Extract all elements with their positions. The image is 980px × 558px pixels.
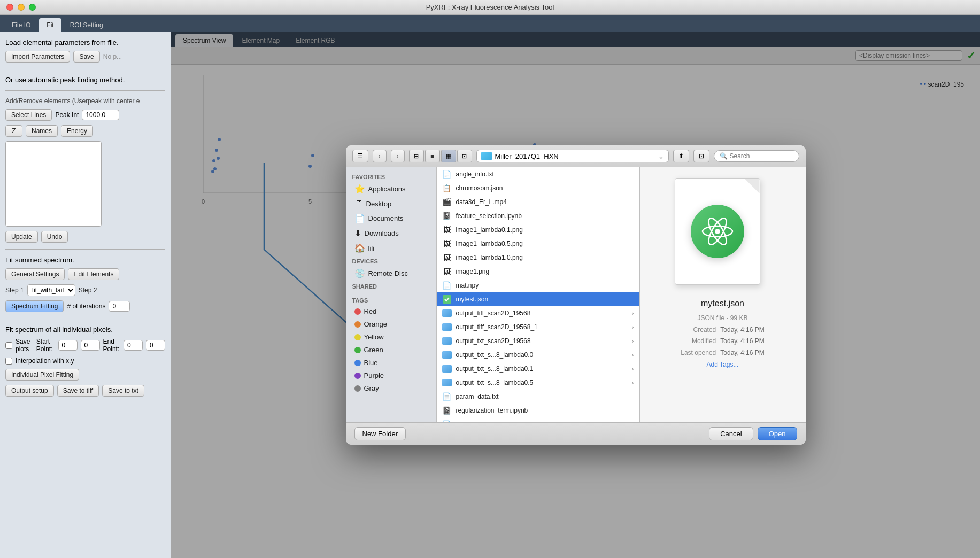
- sidebar-item-tag-green[interactable]: Green: [348, 344, 434, 356]
- search-input[interactable]: [730, 152, 793, 160]
- window-title: PyXRF: X-ray Fluorescence Analysis Tool: [426, 3, 554, 11]
- update-button[interactable]: Update: [5, 231, 38, 243]
- sidebar-toggle-button[interactable]: ☰: [352, 150, 368, 162]
- file-name: mat.npy: [456, 282, 479, 289]
- select-lines-button[interactable]: Select Lines: [5, 109, 52, 121]
- sidebar-item-remote-disc[interactable]: 💿 Remote Disc: [348, 266, 434, 281]
- file-name: image1_lambda1.0.png: [456, 254, 523, 261]
- tab-roi-setting[interactable]: ROI Setting: [63, 18, 111, 32]
- file-item-chromosom[interactable]: 📋 chromosom.json: [437, 181, 639, 195]
- cancel-button[interactable]: Cancel: [709, 427, 753, 440]
- sidebar-item-tag-orange[interactable]: Orange: [348, 318, 434, 330]
- file-item-mat[interactable]: 📄 mat.npy: [437, 278, 639, 292]
- peak-int-input[interactable]: [82, 110, 119, 120]
- fit-method-select[interactable]: fit_with_tail: [27, 284, 75, 296]
- share-button[interactable]: ⬆: [673, 150, 689, 162]
- file-item-output-txt-lambda05[interactable]: output_txt_s...8_lambda0.5 ›: [437, 376, 639, 390]
- sidebar-item-tag-blue[interactable]: Blue: [348, 356, 434, 369]
- gallery-view-button[interactable]: ⊡: [457, 150, 472, 162]
- file-item-output-txt-1[interactable]: output_txt_scan2D_19568 ›: [437, 334, 639, 348]
- back-button[interactable]: ‹: [373, 150, 387, 162]
- general-settings-button[interactable]: General Settings: [5, 268, 65, 280]
- file-item-output-tiff-2[interactable]: output_tiff_scan2D_19568_1 ›: [437, 320, 639, 334]
- chevron-right-icon: ›: [632, 366, 634, 372]
- params-btn-row: Import Parameters Save No p...: [5, 51, 165, 63]
- undo-button[interactable]: Undo: [41, 231, 68, 243]
- file-icon: 🖼: [442, 239, 452, 249]
- save-plots-checkbox[interactable]: [5, 342, 12, 349]
- downloads-label: Downloads: [365, 229, 399, 237]
- add-tags-link[interactable]: Add Tags...: [707, 361, 739, 368]
- lili-label: lili: [368, 244, 375, 252]
- search-box[interactable]: 🔍: [714, 150, 799, 162]
- maximize-button[interactable]: [29, 4, 36, 11]
- folder-selector[interactable]: Miller_2017Q1_HXN ⌄: [476, 150, 669, 162]
- sidebar-item-desktop[interactable]: 🖥 Desktop: [348, 197, 434, 211]
- sidebar-item-tag-yellow[interactable]: Yellow: [348, 331, 434, 343]
- sidebar-item-tag-red[interactable]: Red: [348, 305, 434, 317]
- file-item-data3d[interactable]: 🎬 data3d_Er_L.mp4: [437, 195, 639, 209]
- forward-button[interactable]: ›: [391, 150, 405, 162]
- names-button[interactable]: Names: [26, 125, 58, 137]
- save-to-txt-button[interactable]: Save to txt: [102, 385, 144, 397]
- select-lines-row: Select Lines Peak Int: [5, 109, 165, 121]
- file-item-output-txt-lambda0[interactable]: output_txt_s...8_lambda0.0 ›: [437, 348, 639, 362]
- start-point-y[interactable]: [81, 340, 100, 351]
- end-point-x[interactable]: [124, 340, 143, 351]
- column-view-button[interactable]: ▦: [441, 150, 456, 162]
- file-icon: 📄: [442, 392, 452, 401]
- z-button[interactable]: Z: [5, 125, 22, 137]
- action-button[interactable]: ⊡: [693, 150, 709, 162]
- iterations-input[interactable]: [109, 301, 130, 312]
- file-item-image1-10[interactable]: 🖼 image1_lambda1.0.png: [437, 251, 639, 265]
- sidebar-item-lili[interactable]: 🏠 lili: [348, 241, 434, 255]
- tag-purple-dot: [354, 373, 361, 379]
- file-item-feature-selection[interactable]: 📓 feature_selection.ipynb: [437, 209, 639, 223]
- file-name: chromosom.json: [456, 184, 503, 192]
- list-view-button[interactable]: ≡: [425, 150, 440, 162]
- start-point-x[interactable]: [58, 340, 78, 351]
- edit-elements-button[interactable]: Edit Elements: [68, 268, 119, 280]
- end-point-y[interactable]: [146, 340, 165, 351]
- file-name: output_txt_s...8_lambda0.0: [456, 351, 534, 359]
- tag-yellow-dot: [354, 334, 361, 340]
- spectrum-fitting-button[interactable]: Spectrum Fitting: [5, 300, 64, 312]
- sidebar-item-documents[interactable]: 📄 Documents: [348, 211, 434, 226]
- file-item-angle-info[interactable]: 📄 angle_info.txt: [437, 167, 639, 181]
- tab-file-io[interactable]: File IO: [4, 18, 38, 32]
- save-to-tiff-button[interactable]: Save to tiff: [57, 385, 99, 397]
- save-button[interactable]: Save: [73, 51, 99, 63]
- sidebar-item-downloads[interactable]: ⬇ Downloads: [348, 226, 434, 241]
- end-point-label: End Point:: [103, 338, 120, 353]
- shared-section-label: Shared: [346, 281, 436, 291]
- file-item-image1[interactable]: 🖼 image1.png: [437, 265, 639, 278]
- file-item-mytest-json[interactable]: mytest.json: [437, 292, 639, 306]
- individual-pixel-button[interactable]: Individual Pixel Fitting: [5, 369, 79, 381]
- file-item-output-tiff-1[interactable]: output_tiff_scan2D_19568 ›: [437, 306, 639, 320]
- file-item-output-txt-lambda01[interactable]: output_txt_s...8_lambda0.1 ›: [437, 362, 639, 376]
- close-button[interactable]: [6, 4, 13, 11]
- settings-row: General Settings Edit Elements: [5, 268, 165, 280]
- import-parameters-button[interactable]: Import Parameters: [5, 51, 70, 63]
- sidebar-item-applications[interactable]: ⭐ Applications: [348, 182, 434, 196]
- output-setup-button[interactable]: Output setup: [5, 385, 54, 397]
- sidebar-item-tag-purple[interactable]: Purple: [348, 369, 434, 382]
- icon-view-button[interactable]: ⊞: [409, 150, 424, 162]
- file-item-image1-01[interactable]: 🖼 image1_lambda0.1.png: [437, 223, 639, 237]
- energy-button[interactable]: Energy: [61, 125, 93, 137]
- file-item-runid[interactable]: 📄 runid_info.txt: [437, 417, 639, 422]
- preview-filetype-row: JSON file - 99 KB: [681, 313, 765, 324]
- interpolation-checkbox[interactable]: [5, 358, 12, 365]
- tab-fit[interactable]: Fit: [39, 18, 61, 32]
- window-controls: [6, 4, 36, 11]
- new-folder-button[interactable]: New Folder: [354, 427, 406, 440]
- file-item-param-data[interactable]: 📄 param_data.txt: [437, 390, 639, 404]
- open-button[interactable]: Open: [758, 427, 797, 440]
- tag-blue-dot: [354, 360, 361, 366]
- minimize-button[interactable]: [18, 4, 25, 11]
- chevron-down-icon: ⌄: [658, 152, 664, 160]
- file-item-image1-05[interactable]: 🖼 image1_lambda0.5.png: [437, 237, 639, 251]
- sidebar-item-tag-gray[interactable]: Gray: [348, 382, 434, 394]
- file-item-regularization[interactable]: 📓 regularization_term.ipynb: [437, 404, 639, 417]
- load-params-label: Load elemental parameters from file.: [5, 38, 165, 46]
